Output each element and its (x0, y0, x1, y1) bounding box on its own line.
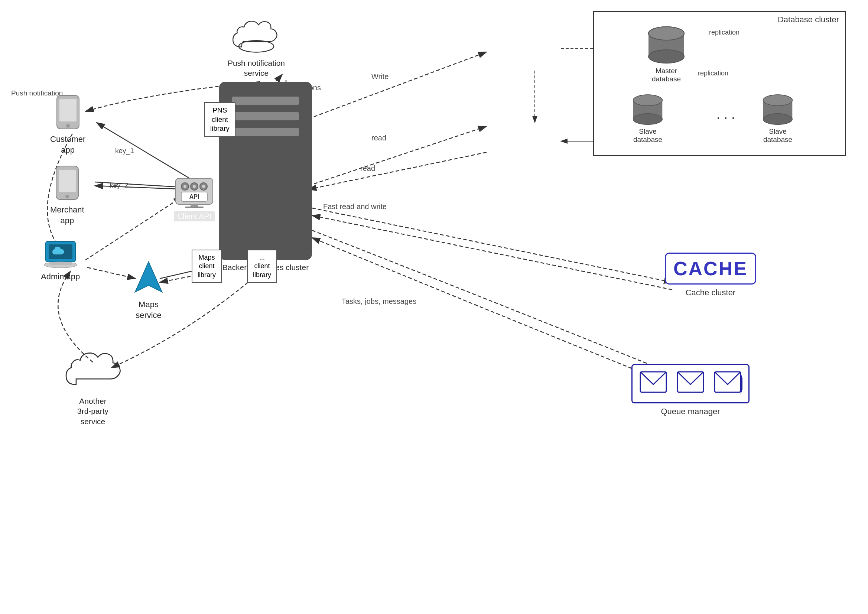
cache-cluster-node: CACHE Cache cluster (665, 253, 756, 298)
key2-label: key_2 (110, 181, 129, 189)
svg-text:API: API (189, 194, 200, 200)
master-db-label: Master database (646, 67, 687, 83)
svg-point-2 (239, 40, 274, 52)
read-label-1: read (371, 134, 386, 142)
third-party-cloud-icon (59, 346, 126, 394)
customer-phone-icon (55, 95, 81, 132)
replication-h-label: replication (709, 29, 739, 36)
svg-point-35 (763, 114, 793, 124)
svg-point-8 (65, 195, 69, 198)
slave-db1-node: Slave database (631, 92, 665, 144)
svg-point-16 (183, 185, 186, 188)
client-api-label: Client API (174, 211, 215, 222)
svg-rect-7 (59, 170, 76, 192)
svg-marker-40 (741, 372, 742, 395)
db-cluster-box: Database cluster Master database replica… (593, 11, 846, 156)
slave-db2-node: Slave database (761, 92, 794, 144)
push-notification-service-node: Push notification service (226, 15, 286, 78)
slave-db2-icon (761, 92, 794, 125)
svg-rect-24 (185, 206, 203, 208)
maps-lib-node: Maps client library (192, 250, 222, 283)
svg-point-32 (633, 95, 663, 105)
pns-lib-label: PNS client library (210, 106, 229, 133)
queue-envelopes-icon (639, 369, 742, 398)
key1-label: key_1 (115, 147, 134, 155)
cache-text: CACHE (673, 257, 748, 280)
svg-rect-4 (59, 99, 76, 121)
svg-point-27 (648, 50, 684, 63)
svg-point-5 (66, 124, 70, 128)
push-notification-cloud-icon (226, 15, 286, 56)
diagram-container: Push notification service Notifications … (0, 0, 868, 614)
fast-read-write-label: Fast read and write (323, 202, 387, 211)
master-db-icon (646, 23, 687, 64)
svg-point-31 (633, 114, 663, 124)
maps-service-node: Maps service (132, 260, 165, 321)
pns-lib-node: PNS client library (204, 102, 236, 137)
slave-db1-label: Slave database (631, 127, 665, 144)
server-stripe-3 (232, 128, 299, 136)
queue-box (631, 364, 750, 403)
client-api-node: API Client API (174, 171, 215, 222)
queue-manager-label: Queue manager (661, 406, 720, 417)
svg-marker-13 (135, 262, 162, 292)
tasks-jobs-label: Tasks, jobs, messages (342, 297, 416, 306)
dots-lib-label: ... client library (253, 253, 271, 279)
customer-app-node: Customer app (50, 95, 85, 155)
customer-app-label: Customer app (50, 134, 85, 155)
svg-point-20 (202, 185, 205, 188)
read-label-2: read (360, 164, 375, 173)
replication-v-label: replication (698, 70, 728, 77)
slave-db1-icon (631, 92, 665, 125)
admin-app-node: Admin app (41, 240, 80, 282)
cache-cluster-label: Cache cluster (686, 287, 736, 298)
db-cluster-title: Database cluster (778, 15, 839, 25)
client-api-icon: API (174, 171, 215, 208)
svg-point-18 (193, 185, 196, 188)
master-db-node: Master database (646, 23, 687, 83)
merchant-phone-icon (54, 165, 80, 202)
write-label: Write (371, 73, 389, 81)
maps-lib-label: Maps client library (198, 253, 216, 279)
push-notification-label: Push notification service (228, 58, 285, 78)
admin-laptop-icon (42, 240, 79, 269)
db-ellipsis: . . . (716, 107, 735, 122)
svg-point-28 (648, 27, 684, 40)
merchant-app-label: Merchant app (50, 205, 84, 226)
dots-lib-node: ... client library (247, 250, 277, 283)
third-party-service-node: Another 3rd-party service (59, 346, 126, 426)
svg-point-36 (763, 95, 793, 105)
cache-box: CACHE (665, 253, 756, 285)
maps-arrow-icon (132, 260, 165, 297)
server-stripe-2 (232, 112, 299, 120)
third-party-label: Another 3rd-party service (77, 396, 108, 426)
slave-db2-label: Slave database (761, 127, 794, 144)
merchant-app-node: Merchant app (50, 165, 84, 226)
admin-app-label: Admin app (41, 271, 80, 282)
server-stripe-1 (232, 96, 299, 105)
maps-lib-box: Maps client library (192, 250, 222, 283)
maps-service-label: Maps service (136, 299, 161, 321)
dots-lib-box: ... client library (247, 250, 277, 283)
svg-rect-12 (50, 262, 72, 265)
pns-lib-box: PNS client library (204, 102, 236, 137)
queue-manager-node: Queue manager (631, 364, 750, 417)
